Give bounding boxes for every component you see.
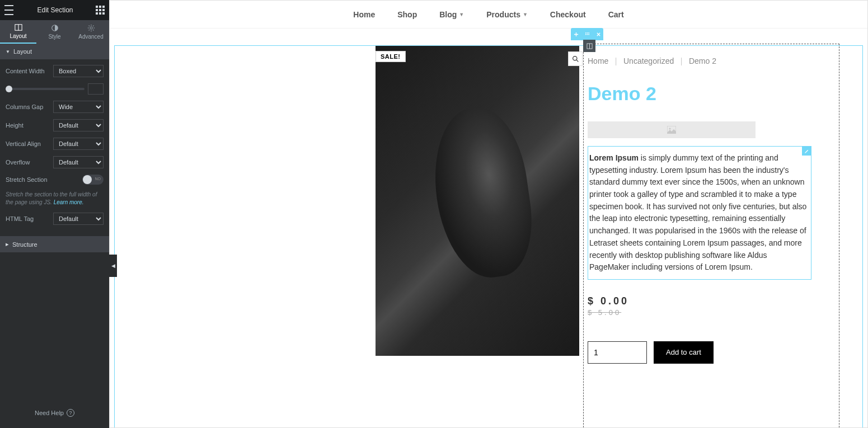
add-to-cart-button[interactable]: Add to cart xyxy=(654,341,714,364)
product-info-column: Home | Uncategorized | Demo 2 Demo 2 Lor… xyxy=(588,45,811,411)
editor-sidebar: Edit Section Layout Style Advanced ▼Layo… xyxy=(0,0,109,428)
nav-cart[interactable]: Cart xyxy=(608,10,624,19)
description-strong: Lorem Ipsum xyxy=(589,153,639,162)
svg-point-3 xyxy=(90,27,92,29)
svg-point-7 xyxy=(587,32,588,33)
product-description-widget[interactable]: Lorem Ipsum is simply dummy text of the … xyxy=(588,146,811,280)
page-content: SALE! Home | Uncategorized | Demo 2 Demo xyxy=(110,29,867,427)
nav-shop[interactable]: Shop xyxy=(397,10,417,19)
product-price-old: $ 5.00 xyxy=(588,308,811,317)
overflow-select[interactable]: Default xyxy=(53,156,104,168)
caret-right-icon: ▸ xyxy=(6,241,9,248)
column-handle[interactable] xyxy=(583,40,595,52)
svg-point-15 xyxy=(669,128,671,130)
field-columns-gap: Columns Gap Wide xyxy=(6,101,104,113)
product-title: Demo 2 xyxy=(588,83,811,105)
field-height: Height Default xyxy=(6,119,104,131)
field-vertical-align: Vertical Align Default xyxy=(6,138,104,150)
add-to-cart-row: Add to cart xyxy=(588,341,811,364)
drag-section-handle[interactable] xyxy=(581,28,593,40)
toggle-thumb xyxy=(83,175,92,184)
field-width-slider xyxy=(6,83,104,95)
height-select[interactable]: Default xyxy=(53,119,104,131)
slider-thumb[interactable] xyxy=(6,86,12,92)
add-section-button[interactable] xyxy=(571,28,581,40)
tab-advanced-label: Advanced xyxy=(78,34,103,40)
sidebar-header: Edit Section xyxy=(0,0,109,20)
style-icon xyxy=(51,24,59,32)
product-image[interactable] xyxy=(376,45,579,356)
width-number-input[interactable] xyxy=(88,83,104,95)
field-html-tag: HTML Tag Default xyxy=(6,213,104,225)
sidebar-body: Content Width Boxed Columns Gap Wide Hei… xyxy=(0,59,109,231)
sale-badge: SALE! xyxy=(376,51,406,62)
widgets-grid-icon[interactable] xyxy=(96,6,105,15)
breadcrumb-current: Demo 2 xyxy=(689,57,716,65)
chevron-down-icon: ▼ xyxy=(459,12,464,17)
image-placeholder-icon xyxy=(667,126,676,134)
need-help[interactable]: Need Help ? xyxy=(0,398,109,428)
gear-icon xyxy=(87,24,95,32)
breadcrumb: Home | Uncategorized | Demo 2 xyxy=(588,57,811,66)
tab-layout[interactable]: Layout xyxy=(0,20,36,44)
stretch-toggle[interactable]: NO xyxy=(82,175,104,185)
site-nav: Home Shop Blog▼ Products▼ Checkout Cart xyxy=(110,1,867,29)
tab-advanced[interactable]: Advanced xyxy=(73,20,109,44)
chevron-down-icon: ▼ xyxy=(523,12,528,17)
svg-point-11 xyxy=(588,34,589,35)
menu-icon[interactable] xyxy=(4,5,15,15)
svg-point-6 xyxy=(585,32,586,33)
columns-gap-select[interactable]: Wide xyxy=(53,101,104,113)
section-header-layout[interactable]: ▼Layout xyxy=(0,44,109,59)
field-overflow: Overflow Default xyxy=(6,156,104,168)
sidebar-collapse-handle[interactable]: ◀ xyxy=(109,255,117,277)
learn-more-link[interactable]: Learn more. xyxy=(54,199,84,205)
nav-blog[interactable]: Blog▼ xyxy=(439,10,464,19)
breadcrumb-category[interactable]: Uncategorized xyxy=(623,57,674,65)
html-tag-select[interactable]: Default xyxy=(53,213,104,225)
width-slider[interactable] xyxy=(6,88,85,90)
svg-point-4 xyxy=(573,56,576,60)
search-icon xyxy=(572,55,579,63)
vertical-align-select[interactable]: Default xyxy=(53,138,104,150)
svg-point-10 xyxy=(587,34,588,35)
sidebar-tabs: Layout Style Advanced xyxy=(0,20,109,44)
description-text: is simply dummy text of the printing and… xyxy=(589,153,806,271)
short-description-placeholder[interactable] xyxy=(588,121,756,138)
product-price: $ 0.00 xyxy=(588,295,811,307)
product-image-wrap: SALE! xyxy=(376,45,579,356)
nav-checkout[interactable]: Checkout xyxy=(550,10,586,19)
delete-section-button[interactable] xyxy=(593,28,603,40)
nav-home[interactable]: Home xyxy=(353,10,375,19)
layout-icon xyxy=(15,23,22,31)
nav-products[interactable]: Products▼ xyxy=(486,10,528,19)
svg-point-8 xyxy=(588,32,589,33)
content-width-select[interactable]: Boxed xyxy=(53,65,104,77)
section-header-structure[interactable]: ▸Structure xyxy=(0,236,109,252)
editor-canvas: Home Shop Blog▼ Products▼ Checkout Cart … xyxy=(109,0,868,428)
quantity-input[interactable] xyxy=(588,341,647,364)
field-content-width: Content Width Boxed xyxy=(6,65,104,77)
tab-style-label: Style xyxy=(48,34,60,40)
caret-down-icon: ▼ xyxy=(6,49,10,54)
sidebar-title: Edit Section xyxy=(37,6,73,14)
svg-line-5 xyxy=(576,60,578,62)
zoom-button[interactable] xyxy=(568,51,583,66)
tab-style[interactable]: Style xyxy=(36,20,73,44)
stretch-hint: Stretch the section to the full width of… xyxy=(6,191,104,206)
price-block: $ 0.00 $ 5.00 xyxy=(588,295,811,317)
breadcrumb-home[interactable]: Home xyxy=(588,57,608,65)
help-icon: ? xyxy=(67,409,74,417)
edit-widget-button[interactable] xyxy=(802,147,811,156)
tab-layout-label: Layout xyxy=(10,33,26,39)
section-controls xyxy=(571,28,603,40)
field-stretch: Stretch Section NO xyxy=(6,175,104,185)
svg-point-9 xyxy=(585,34,586,35)
